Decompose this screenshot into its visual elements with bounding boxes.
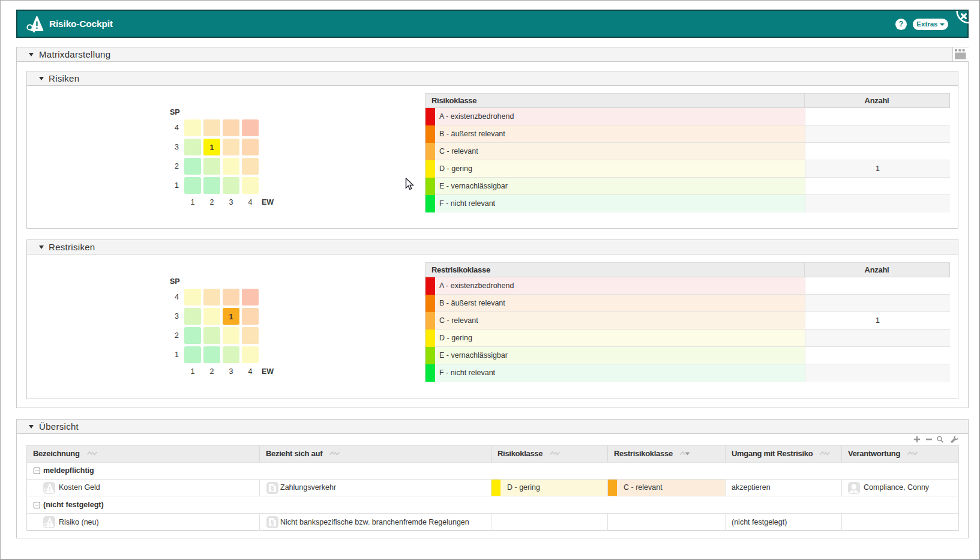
svg-text:§: § — [271, 519, 274, 527]
svg-text:§: § — [271, 484, 274, 493]
